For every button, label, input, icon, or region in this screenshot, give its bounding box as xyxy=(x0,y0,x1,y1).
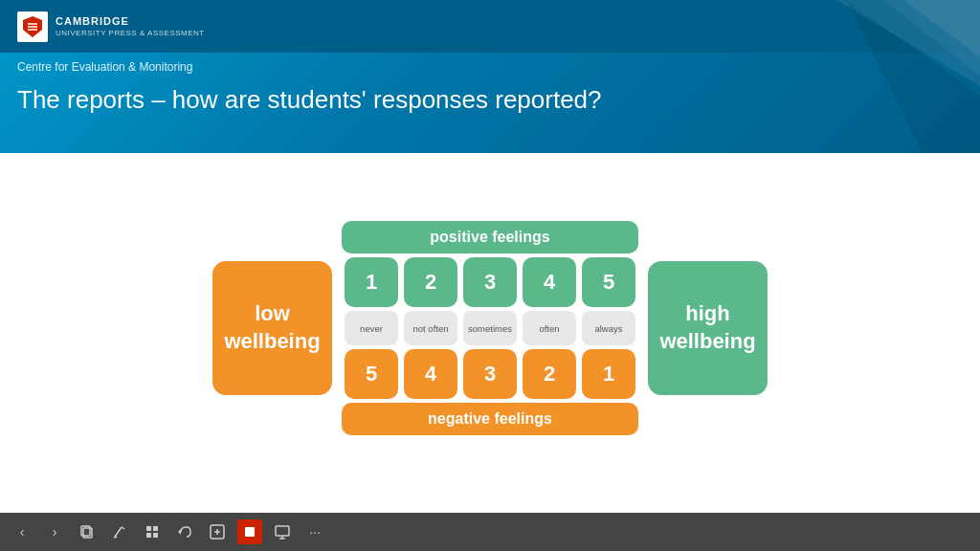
positive-numbers-row: 1 2 3 4 5 xyxy=(345,257,635,307)
toolbar-prev-button[interactable]: ‹ xyxy=(10,519,34,544)
positive-num-4: 4 xyxy=(523,257,576,307)
svg-rect-14 xyxy=(153,526,158,531)
header-title: The reports – how are students' response… xyxy=(0,81,980,115)
positive-feelings-label: positive feelings xyxy=(342,221,638,253)
positive-num-2: 2 xyxy=(404,257,457,307)
header: CAMBRIDGE UNIVERSITY PRESS & ASSESSMENT … xyxy=(0,0,980,153)
negative-num-3: 3 xyxy=(463,349,517,399)
main-content: lowwellbeing positive feelings 1 2 3 4 5… xyxy=(0,153,980,513)
negative-num-1: 1 xyxy=(582,349,635,399)
toolbar-present-button[interactable] xyxy=(270,519,295,544)
toolbar-undo-button[interactable] xyxy=(172,519,197,544)
negative-num-2: 2 xyxy=(523,349,576,399)
svg-marker-17 xyxy=(178,529,181,535)
stop-icon xyxy=(242,524,257,540)
svg-rect-21 xyxy=(245,527,255,537)
header-top-bar: CAMBRIDGE UNIVERSITY PRESS & ASSESSMENT xyxy=(0,0,980,53)
svg-line-10 xyxy=(115,527,122,537)
toolbar-copy-button[interactable] xyxy=(75,519,100,544)
svg-line-12 xyxy=(114,537,117,538)
logo-text-area: CAMBRIDGE UNIVERSITY PRESS & ASSESSMENT xyxy=(56,15,205,36)
positive-num-1: 1 xyxy=(345,257,398,307)
svg-line-11 xyxy=(122,527,124,529)
freq-not-often: not often xyxy=(404,311,457,345)
diagram: lowwellbeing positive feelings 1 2 3 4 5… xyxy=(212,221,768,435)
present-icon xyxy=(275,524,290,540)
toolbar-next-button[interactable]: › xyxy=(42,519,67,544)
high-wellbeing-box: highwellbeing xyxy=(648,261,768,395)
copy-icon xyxy=(79,524,95,540)
logo-name: CAMBRIDGE xyxy=(56,15,205,28)
positive-num-3: 3 xyxy=(463,257,517,307)
freq-sometimes: sometimes xyxy=(463,311,517,345)
center-grid: positive feelings 1 2 3 4 5 never not of… xyxy=(342,221,638,435)
svg-rect-15 xyxy=(146,533,151,538)
toolbar-stop-button[interactable] xyxy=(237,519,262,544)
grid-icon xyxy=(145,524,160,540)
negative-numbers-row: 5 4 3 2 1 xyxy=(345,349,635,399)
toolbar-zoom-button[interactable] xyxy=(205,519,230,544)
freq-always: always xyxy=(582,311,635,345)
svg-rect-22 xyxy=(276,526,289,536)
bottom-toolbar: ‹ › xyxy=(0,513,980,551)
logo-box xyxy=(17,11,48,42)
cambridge-logo-icon xyxy=(22,15,43,38)
positive-num-5: 5 xyxy=(582,257,635,307)
frequency-row: never not often sometimes often always xyxy=(345,311,635,345)
negative-num-4: 4 xyxy=(404,349,457,399)
svg-rect-13 xyxy=(146,526,151,531)
toolbar-grid-button[interactable] xyxy=(140,519,165,544)
header-subtitle: Centre for Evaluation & Monitoring xyxy=(0,53,980,81)
negative-num-5: 5 xyxy=(345,349,398,399)
freq-often: often xyxy=(523,311,576,345)
undo-icon xyxy=(177,524,192,540)
low-wellbeing-label: lowwellbeing xyxy=(224,300,320,355)
edit-icon xyxy=(112,524,127,540)
low-wellbeing-box: lowwellbeing xyxy=(212,261,332,395)
negative-feelings-label: negative feelings xyxy=(342,403,638,435)
svg-rect-16 xyxy=(153,533,158,538)
high-wellbeing-label: highwellbeing xyxy=(659,300,755,355)
toolbar-edit-button[interactable] xyxy=(107,519,132,544)
logo-area: CAMBRIDGE UNIVERSITY PRESS & ASSESSMENT xyxy=(17,11,205,42)
zoom-icon xyxy=(210,524,225,540)
toolbar-more-button[interactable]: ··· xyxy=(302,519,327,544)
freq-never: never xyxy=(345,311,398,345)
logo-subtext: UNIVERSITY PRESS & ASSESSMENT xyxy=(56,29,205,37)
